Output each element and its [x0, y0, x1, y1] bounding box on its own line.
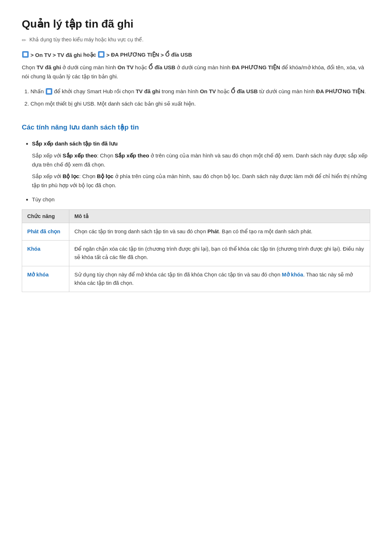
nav-sep-2: > — [53, 52, 56, 58]
feature-sort-label: Sắp xếp danh sách tập tin đã lưu — [32, 140, 118, 147]
feature-options: Tùy chọn — [32, 195, 370, 204]
step-2: Chọn một thiết bị ghi USB. Một danh sách… — [30, 99, 370, 108]
func-khoa: Khóa — [22, 240, 69, 266]
nav-sep-4: > — [161, 52, 164, 58]
desc-khoa: Để ngăn chặn xóa các tập tin (chương trì… — [69, 240, 370, 266]
feature-sort: Sắp xếp danh sách tập tin đã lưu Sắp xếp… — [32, 139, 370, 190]
table-row: Khóa Để ngăn chặn xóa các tập tin (chươn… — [22, 240, 370, 266]
sort-para-2: Sắp xếp với Bộ lọc: Chọn Bộ lọc ở phía t… — [32, 172, 370, 190]
smart-hub-icon-2 — [98, 51, 105, 58]
step-1: Nhấn để khởi chạy Smart Hub rồi chọn TV … — [30, 87, 370, 96]
table-body: Phát đã chọn Chọn các tập tin trong danh… — [22, 223, 370, 292]
note-text: Khả dụng tùy theo kiểu máy hoặc khu vực … — [29, 37, 143, 42]
col-header-func: Chức năng — [22, 209, 69, 223]
nav-sep-3: > — [106, 52, 110, 58]
smart-hub-icon-step — [46, 88, 52, 95]
page-title: Quản lý tập tin đã ghi — [22, 17, 370, 30]
nav-o-dia-usb: Ổ đĩa USB — [165, 52, 192, 58]
intro-text: Chọn TV đã ghi ở dưới cùng màn hình On T… — [22, 63, 370, 81]
nav-tv-da-ghi: TV đã ghi — [57, 52, 82, 58]
desc-mo-khoa: Sử dụng tùy chọn này để mở khóa các tập … — [69, 266, 370, 292]
nav-hoac: hoặc — [83, 52, 96, 58]
table-header: Chức năng Mô tả — [22, 209, 370, 223]
table-row: Phát đã chọn Chọn các tập tin trong danh… — [22, 223, 370, 240]
nav-on-tv: On TV — [35, 52, 51, 58]
section-title: Các tính năng lưu danh sách tập tin — [22, 123, 370, 133]
feature-list: Sắp xếp danh sách tập tin đã lưu Sắp xếp… — [32, 139, 370, 204]
steps-list: Nhấn để khởi chạy Smart Hub rồi chọn TV … — [30, 87, 370, 109]
nav-path: > On TV > TV đã ghi hoặc > ĐA PHƯƠNG TIỆ… — [22, 52, 370, 58]
pencil-icon: ✏ — [22, 37, 26, 44]
col-header-desc: Mô tả — [69, 209, 370, 223]
sort-para-1: Sắp xếp với Sắp xếp theo: Chọn Sắp xếp t… — [32, 151, 370, 169]
table-row: Mở khóa Sử dụng tùy chọn này để mở khóa … — [22, 266, 370, 292]
feature-options-label: Tùy chọn — [32, 196, 54, 202]
nav-da-phuong-tien: ĐA PHƯƠNG TIỆN — [111, 52, 159, 58]
note-line: ✏ Khả dụng tùy theo kiểu máy hoặc khu vự… — [22, 37, 370, 44]
nav-sep-1: > — [30, 52, 34, 58]
smart-hub-icon-1 — [22, 51, 29, 58]
desc-phat: Chọn các tập tin trong danh sách tập tin… — [69, 223, 370, 240]
features-table: Chức năng Mô tả Phát đã chọn Chọn các tậ… — [22, 209, 370, 292]
func-phat: Phát đã chọn — [22, 223, 69, 240]
func-mo-khoa: Mở khóa — [22, 266, 69, 292]
